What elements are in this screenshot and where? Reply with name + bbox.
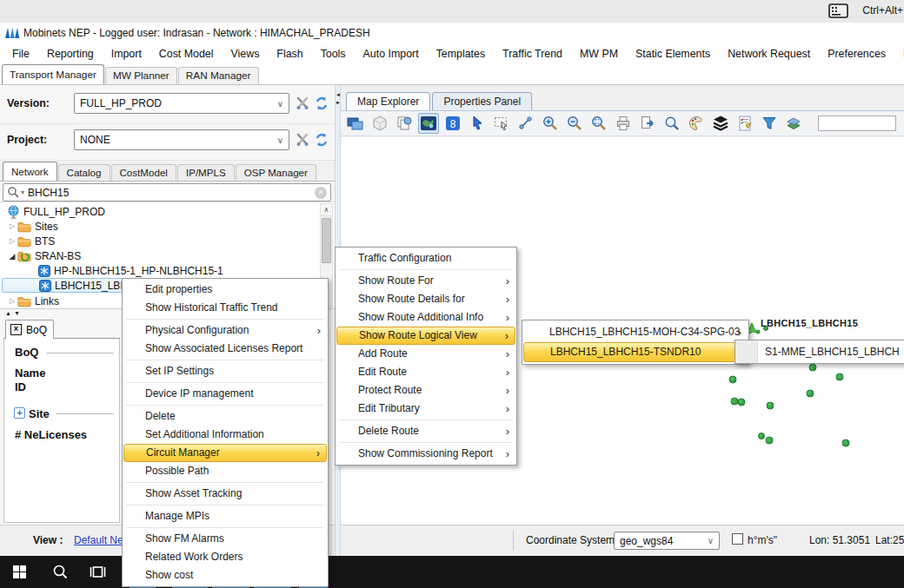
- tab-costmodel[interactable]: CostModel: [111, 164, 176, 181]
- palette-icon[interactable]: [686, 113, 707, 134]
- menu-mw-pm[interactable]: MW PM: [571, 43, 627, 65]
- site-expand-icon[interactable]: +: [14, 407, 25, 419]
- menu-item-set-ip-settings[interactable]: Set IP Settings: [123, 362, 327, 380]
- menu-item-edit-tributary[interactable]: Edit Tributary›: [336, 400, 515, 418]
- start-button[interactable]: [13, 565, 26, 578]
- menu-item-delete[interactable]: Delete: [123, 407, 327, 426]
- menu-item-show-historical-traffic-trend[interactable]: Show Historical Traffic Trend: [123, 299, 327, 317]
- menu-item-show-fm-alarms[interactable]: Show FM Alarms: [123, 530, 327, 548]
- select-area-icon[interactable]: [491, 113, 512, 134]
- coordinate-system-select[interactable]: geo_wgs84 ∨: [614, 532, 720, 550]
- version-select[interactable]: FULL_HP_PROD ∨: [74, 93, 289, 114]
- layers-icon[interactable]: [710, 113, 731, 134]
- expander-collapsed-icon[interactable]: ▷: [7, 222, 17, 230]
- menu-network-request[interactable]: Network Request: [719, 43, 819, 65]
- menu-tools[interactable]: Tools: [312, 43, 355, 65]
- map-marker[interactable]: [809, 364, 817, 372]
- menu-item-show-route-logical-view[interactable]: Show Route Logical View›: [336, 327, 515, 345]
- menu-item-set-additional-information[interactable]: Set Additional Information: [123, 426, 327, 444]
- search-clear-icon[interactable]: ×: [315, 187, 327, 199]
- taskbar-search-icon[interactable]: [52, 564, 69, 584]
- map-toolbar-input[interactable]: [818, 116, 896, 131]
- filter-icon[interactable]: [759, 113, 780, 134]
- map-marker[interactable]: [807, 390, 814, 398]
- menu-item-protect-route[interactable]: Protect Route›: [336, 381, 515, 400]
- project-select[interactable]: NONE ∨: [74, 129, 289, 150]
- zoom-extent-icon[interactable]: [588, 113, 609, 134]
- cube-icon[interactable]: [369, 113, 390, 134]
- project-refresh-icon[interactable]: [313, 131, 330, 149]
- map-marker[interactable]: [729, 376, 737, 384]
- menu-item-show-route-details-for[interactable]: Show Route Details for›: [336, 290, 515, 308]
- menu-item-edit-properties[interactable]: Edit properties: [123, 281, 327, 299]
- task-view-icon[interactable]: [89, 564, 107, 584]
- menu-item-edit-route[interactable]: Edit Route›: [336, 363, 515, 381]
- tab-osp-manager[interactable]: OSP Manager: [236, 164, 316, 181]
- menu-item-circuit-tsndr10[interactable]: LBHCH15_LBHCH15-TSNDR10›: [523, 342, 748, 362]
- zoom-in-icon[interactable]: [540, 113, 561, 134]
- tab-properties-panel[interactable]: Properties Panel: [432, 92, 532, 110]
- menu-item-s1-mme[interactable]: S1-MME_LBHCH15_LBHCH: [735, 340, 904, 363]
- keyboard-layout-icon[interactable]: [828, 3, 848, 22]
- tab-mw-planner[interactable]: MW Planner: [105, 67, 177, 84]
- map-marker[interactable]: [836, 373, 844, 381]
- copy-globe-icon[interactable]: [394, 113, 415, 134]
- menu-traffic-trend[interactable]: Traffic Trend: [494, 43, 571, 65]
- tab-map-explorer[interactable]: Map Explorer: [346, 92, 430, 110]
- menu-item-show-route-for[interactable]: Show Route For›: [336, 272, 515, 290]
- boq-tab[interactable]: × BoQ: [5, 320, 54, 339]
- search-options-chevron-icon[interactable]: ▾: [21, 188, 24, 196]
- menu-item-physical-configuration[interactable]: Physical Configuration›: [123, 321, 327, 340]
- expander-collapsed-icon[interactable]: ▷: [7, 297, 17, 305]
- tree-row-links[interactable]: ▷ Links: [0, 294, 59, 308]
- menu-file[interactable]: File: [3, 43, 38, 65]
- boq-close-icon[interactable]: ×: [10, 324, 22, 335]
- tree-row-bts[interactable]: ▷ BTS: [0, 234, 55, 248]
- map-overlay-icon[interactable]: [783, 113, 804, 134]
- tree-row-hp-nlbhch15[interactable]: HP-NLBHCH15-1_HP-NLBHCH15-1: [0, 263, 223, 278]
- map-marker[interactable]: [842, 439, 850, 447]
- print-icon[interactable]: [613, 113, 634, 134]
- tree-row-sran-bs[interactable]: ◢ SRAN-BS: [0, 248, 81, 263]
- report-icon[interactable]: [734, 113, 755, 134]
- menu-cost-model[interactable]: Cost Model: [150, 43, 223, 65]
- menu-item-circuit-manager[interactable]: Circuit Manager›: [123, 444, 327, 462]
- map-marker[interactable]: [767, 402, 774, 410]
- menu-import[interactable]: Import: [103, 43, 150, 65]
- tab-catalog[interactable]: Catalog: [58, 164, 110, 181]
- tab-ran-manager[interactable]: RAN Manager: [178, 67, 259, 84]
- menu-item-delete-route[interactable]: Delete Route›: [336, 422, 515, 440]
- menu-auto-import[interactable]: Auto Import: [355, 43, 428, 65]
- menu-item-device-ip-management[interactable]: Device IP management: [123, 385, 327, 403]
- menu-item-add-route[interactable]: Add Route›: [336, 345, 515, 363]
- menu-item-show-asset-tracking[interactable]: Show Asset Tracking: [123, 485, 327, 503]
- version-refresh-icon[interactable]: [313, 95, 330, 112]
- world-map-icon[interactable]: [418, 113, 439, 134]
- screens-icon[interactable]: [345, 113, 366, 134]
- menu-help[interactable]: Help: [894, 43, 904, 65]
- menu-templates[interactable]: Templates: [428, 43, 494, 65]
- menu-item-manage-mpis[interactable]: Manage MPIs: [123, 507, 327, 525]
- menu-views[interactable]: Views: [223, 43, 269, 65]
- tab-network[interactable]: Network: [3, 162, 57, 181]
- menu-item-show-route-additional-info[interactable]: Show Route Additional Info›: [336, 308, 515, 327]
- search-map-icon[interactable]: [661, 113, 682, 134]
- export-icon[interactable]: [637, 113, 658, 134]
- menu-item-related-work-orders[interactable]: Related Work Orders: [123, 548, 327, 566]
- menu-preferences[interactable]: Preferences: [819, 43, 894, 65]
- project-tools-icon[interactable]: [294, 131, 311, 149]
- version-tools-icon[interactable]: [294, 95, 311, 112]
- menu-static-elements[interactable]: Static Elements: [627, 43, 719, 65]
- menu-item-show-commissioning-report[interactable]: Show Commissioning Report›: [336, 445, 515, 463]
- panel-splitter-arrows[interactable]: ▲▼: [5, 310, 23, 316]
- scrollbar-thumb[interactable]: [322, 218, 331, 263]
- dms-checkbox[interactable]: [732, 533, 743, 545]
- menu-item-circuit-moh-c34-spg-03[interactable]: LBHCH15_LBHCH15-MOH-C34-SPG-03›: [523, 322, 748, 342]
- menu-item-possible-path[interactable]: Possible Path: [123, 462, 327, 480]
- menu-item-show-cost[interactable]: Show cost: [123, 566, 327, 585]
- cursor-icon[interactable]: [467, 113, 488, 134]
- menu-item-show-associated-licenses-report[interactable]: Show Associated Licenses Report: [123, 340, 327, 358]
- search-input[interactable]: [28, 187, 315, 199]
- tree-row-sites[interactable]: ▷ Sites: [0, 219, 58, 234]
- scroll-up-icon[interactable]: ∧: [321, 204, 332, 216]
